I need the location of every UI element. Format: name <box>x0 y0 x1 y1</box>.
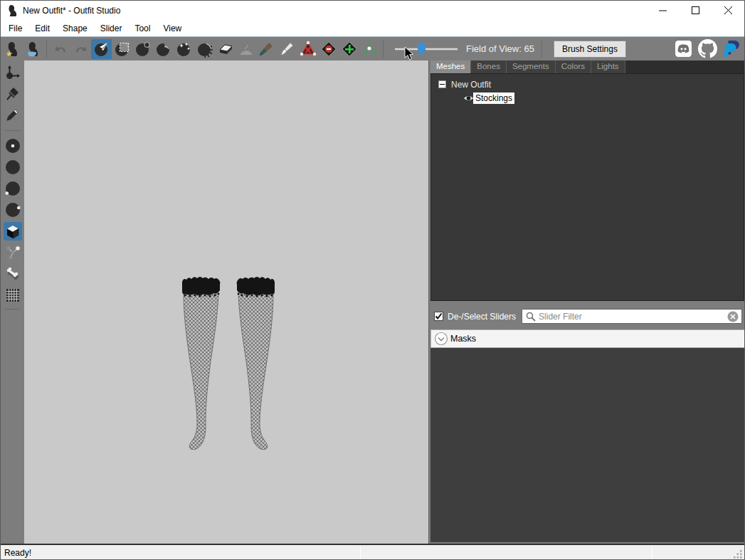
main-toolbar: Field of View: 65 Brush Settings <box>1 36 744 60</box>
menu-edit[interactable]: Edit <box>28 21 56 36</box>
paypal-icon <box>722 40 741 58</box>
tab-segments[interactable]: Segments <box>507 60 556 73</box>
pencil-icon <box>5 107 21 123</box>
sphere-dot-center-button[interactable] <box>4 137 22 155</box>
eraser-brush-button[interactable] <box>215 39 236 59</box>
search-icon <box>526 312 536 322</box>
pencil-button[interactable] <box>4 106 22 125</box>
edge-split-icon <box>341 41 358 58</box>
chevron-down-icon[interactable] <box>434 332 448 346</box>
masks-section-header[interactable]: Masks <box>430 329 745 348</box>
minimize-button[interactable] <box>646 1 679 20</box>
tab-bones[interactable]: Bones <box>471 60 507 73</box>
inflate-brush-icon <box>135 41 151 58</box>
viewport-3d[interactable] <box>24 60 428 544</box>
stockings-mesh[interactable] <box>179 275 278 454</box>
fov-slider[interactable] <box>393 41 459 57</box>
slider-filter-box <box>522 309 742 324</box>
undo-button[interactable] <box>50 39 70 59</box>
load-project-button[interactable] <box>23 39 43 59</box>
menu-slider[interactable]: Slider <box>94 21 129 36</box>
collapse-icon[interactable] <box>438 80 446 88</box>
cube-button[interactable] <box>4 222 22 241</box>
weight-brush-button[interactable] <box>236 39 256 59</box>
alpha-brush-button[interactable] <box>277 39 297 59</box>
vertex-delete-tool-button[interactable] <box>297 39 318 59</box>
app-icon <box>6 4 18 17</box>
grid-icon <box>5 287 21 303</box>
new-project-icon <box>4 41 21 58</box>
status-message: Ready! <box>4 548 31 558</box>
tab-meshes[interactable]: Meshes <box>430 60 471 73</box>
bone-button[interactable] <box>4 265 22 283</box>
tab-colors[interactable]: Colors <box>556 60 591 73</box>
new-project-button[interactable] <box>2 39 23 59</box>
discord-button[interactable] <box>673 39 693 59</box>
github-icon <box>698 39 717 58</box>
weight-brush-icon <box>238 41 255 58</box>
deselect-sliders-label[interactable]: De-/Select Sliders <box>448 312 516 322</box>
resize-grip[interactable] <box>734 550 743 559</box>
smooth-brush-button[interactable] <box>194 39 215 59</box>
menu-tool[interactable]: Tool <box>128 21 157 36</box>
select-brush-button[interactable] <box>91 39 112 59</box>
tree-row-stockings[interactable]: Stockings <box>431 92 744 104</box>
redo-icon <box>73 41 90 58</box>
vertex-delete-icon <box>300 41 317 58</box>
sphere-dot-right-icon <box>5 202 21 218</box>
vertex-move-tool-button[interactable] <box>359 39 380 59</box>
menu-view[interactable]: View <box>157 21 188 36</box>
inflate-brush-button[interactable] <box>132 39 153 59</box>
vertex-connect-button[interactable] <box>4 243 22 262</box>
edge-collapse-icon <box>320 41 337 58</box>
title-bar[interactable]: New Outfit* - Outfit Studio <box>1 1 744 20</box>
menu-bar: File Edit Shape Slider Tool View <box>1 20 744 36</box>
eraser-brush-icon <box>217 41 234 58</box>
menu-file[interactable]: File <box>2 21 28 36</box>
left-toolbar-separator <box>5 130 21 131</box>
slider-controls-bar: De-/Select Sliders <box>429 308 745 324</box>
sphere-dot-bottom-left-button[interactable] <box>4 179 22 198</box>
checkmark-icon <box>435 312 443 320</box>
toolbar-separator <box>541 41 542 58</box>
redo-button[interactable] <box>70 39 91 59</box>
tab-lights[interactable]: Lights <box>591 60 625 73</box>
slider-filter-input[interactable] <box>539 312 727 322</box>
close-button[interactable] <box>712 1 744 20</box>
edge-collapse-tool-button[interactable] <box>318 39 339 59</box>
undo-icon <box>52 41 69 58</box>
masks-label: Masks <box>450 334 476 344</box>
paypal-button[interactable] <box>722 39 741 59</box>
transform-axes-button[interactable] <box>4 63 22 82</box>
bone-icon <box>5 266 21 282</box>
maximize-button[interactable] <box>679 1 712 20</box>
clear-filter-icon[interactable] <box>727 311 739 322</box>
load-project-icon <box>25 41 42 58</box>
sphere-dot-center-icon <box>5 138 21 154</box>
pin-icon <box>5 86 21 102</box>
tree-item-stockings[interactable]: Stockings <box>473 93 514 104</box>
github-button[interactable] <box>697 39 717 59</box>
mask-brush-button[interactable] <box>112 39 132 59</box>
tree-row-root[interactable]: New Outfit <box>431 78 744 90</box>
sphere-button[interactable] <box>4 158 22 176</box>
color-brush-button[interactable] <box>256 39 277 59</box>
panel-splitter[interactable] <box>429 301 745 308</box>
mouse-cursor <box>404 46 415 61</box>
pin-button[interactable] <box>4 85 22 103</box>
deselect-sliders-checkbox[interactable] <box>434 312 443 321</box>
toolbar-separator <box>46 41 47 58</box>
smooth-brush-icon <box>197 41 213 58</box>
cube-icon <box>5 223 21 239</box>
menu-shape[interactable]: Shape <box>56 21 94 36</box>
deflate-brush-button[interactable] <box>153 39 174 59</box>
vertex-move-icon <box>361 41 379 58</box>
tree-root-label[interactable]: New Outfit <box>451 80 491 90</box>
toolbar-separator <box>383 41 384 58</box>
brush-settings-button[interactable]: Brush Settings <box>554 41 626 58</box>
move-brush-button[interactable] <box>174 39 194 59</box>
edge-split-tool-button[interactable] <box>339 39 359 59</box>
mask-brush-icon <box>115 41 130 58</box>
sphere-dot-right-button[interactable] <box>4 201 22 219</box>
grid-button[interactable] <box>4 286 22 305</box>
